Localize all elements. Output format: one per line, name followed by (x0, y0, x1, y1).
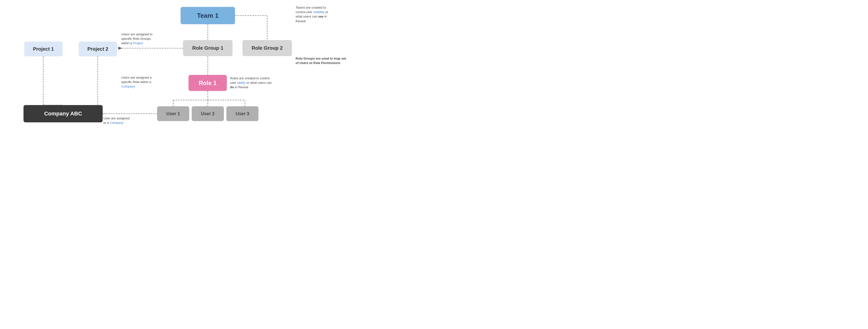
teams-see: see (318, 14, 323, 18)
user3-box: User 3 (226, 106, 258, 121)
ca-line2-pre: to a (103, 121, 110, 125)
rolegroup2-box: Role Group 2 (242, 40, 292, 56)
r-ability: ability (237, 81, 245, 85)
rolegroup-note-annotation: Role Groups are used to map sets of User… (296, 56, 346, 65)
project1-box: Project 1 (24, 41, 63, 56)
user2-box: User 2 (192, 106, 224, 121)
teams-annotation: Teams are created to control user visibi… (296, 5, 344, 24)
teams-visibility: visibility (313, 10, 324, 14)
rolegroup2-label: Role Group 2 (252, 45, 283, 51)
ca-company: Company (110, 121, 123, 125)
user2-label: User 2 (201, 111, 214, 117)
r-line3-post: in Reveal (234, 85, 248, 89)
role1-label: Role 1 (198, 79, 216, 87)
user1-label: User 1 (166, 111, 180, 117)
rolegroup1-label: Role Group 1 (192, 45, 223, 51)
r-line2-pre: user (230, 81, 237, 85)
rg-line3-pre: within a (121, 41, 133, 45)
roles-note-annotation: Roles are created to control user abilit… (230, 76, 286, 90)
rolegroup1-box: Role Group 1 (183, 40, 232, 56)
company-abc-box: Company ABC (24, 105, 103, 122)
rc-line2: specific Role within a (121, 80, 151, 84)
project1-label: Project 1 (33, 46, 54, 52)
rg-note-line1: Role Groups are used to map sets (296, 57, 346, 60)
role1-box: Role 1 (188, 75, 227, 91)
ca-line1: User are assigned (103, 117, 130, 120)
project2-box: Project 2 (79, 41, 117, 56)
user1-box: User 1 (157, 106, 189, 121)
team1-label: Team 1 (197, 12, 219, 20)
company-abc-label: Company ABC (44, 110, 82, 117)
r-line1: Roles are created to control (230, 76, 270, 80)
teams-line2-pre: control user (296, 10, 313, 14)
rg-line1: Users are assigned to (121, 32, 152, 36)
role-company-annotation: Users are assigned a specific Role withi… (121, 75, 176, 89)
rc-line1: Users are assigned a (121, 76, 152, 79)
rg-note-line2: of Users to Role Permissions (296, 61, 340, 65)
teams-line3-pre: what users can (296, 14, 318, 18)
r-line2-post: or what users can (245, 81, 272, 85)
team1-box: Team 1 (181, 7, 235, 24)
teams-line4: Reveal (296, 19, 306, 23)
teams-line2-post: or (324, 10, 328, 14)
rg-project: Project (133, 41, 143, 45)
role-groups-project-annotation: Users are assigned to specific Role Grou… (121, 32, 176, 46)
project2-label: Project 2 (87, 46, 108, 52)
company-annotation: User are assigned to a Company (103, 116, 149, 125)
user3-label: User 3 (236, 111, 249, 117)
rg-line2: specific Role Groups (121, 37, 151, 40)
rc-company: Company (121, 85, 135, 88)
diagram-container: Project 1 Project 2 Team 1 Role Group 1 … (0, 0, 346, 131)
teams-line3-post: in (323, 14, 327, 18)
teams-line1: Teams are created to (296, 6, 326, 9)
r-do: do (230, 85, 234, 89)
